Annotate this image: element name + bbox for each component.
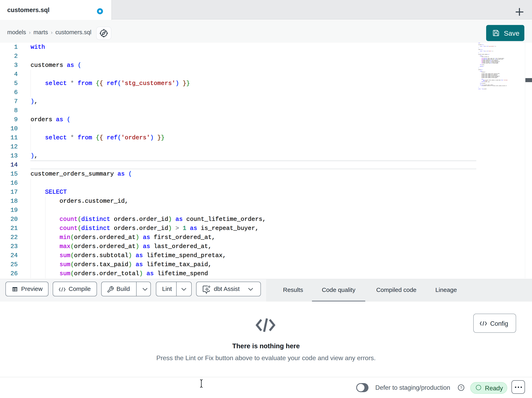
- svg-text:?: ?: [460, 385, 462, 390]
